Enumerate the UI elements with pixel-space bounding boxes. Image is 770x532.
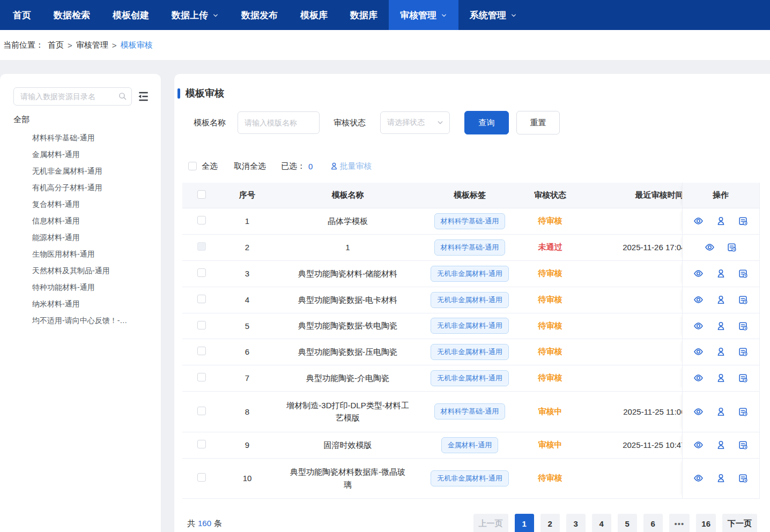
view-icon[interactable] bbox=[693, 347, 704, 357]
pagination-ellipsis-button[interactable]: ••• bbox=[669, 514, 690, 532]
tree-collapse-button[interactable] bbox=[135, 88, 151, 104]
review-time: 2025-11-25 11:06 bbox=[623, 407, 682, 416]
assign-reviewer-icon[interactable] bbox=[716, 473, 726, 483]
breadcrumb-review-management[interactable]: 审核管理 bbox=[76, 40, 108, 50]
header-checkbox[interactable] bbox=[197, 190, 206, 199]
row-template-name: 典型功能陶瓷数据-压电陶瓷 bbox=[273, 339, 422, 365]
view-icon[interactable] bbox=[693, 295, 704, 305]
tree-item[interactable]: 有机高分子材料-通用 bbox=[32, 179, 127, 196]
nav-item-template-library[interactable]: 模板库 bbox=[289, 0, 339, 30]
assign-reviewer-icon[interactable] bbox=[716, 295, 726, 305]
pagination-prev-button[interactable]: 上一页 bbox=[473, 514, 508, 532]
deselect-all-label[interactable]: 取消全选 bbox=[234, 161, 266, 171]
row-checkbox[interactable] bbox=[197, 373, 206, 381]
breadcrumb-home[interactable]: 首页 bbox=[48, 40, 64, 50]
nav-item-system-management[interactable]: 系统管理 bbox=[458, 0, 528, 30]
selected-count: 0 bbox=[308, 162, 313, 171]
review-time: 2025-11-25 10:47 bbox=[623, 440, 682, 449]
template-tag: 材料科学基础-通用 bbox=[434, 239, 505, 256]
tree-item[interactable]: 无机非金属材料-通用 bbox=[32, 163, 127, 179]
review-record-icon[interactable] bbox=[738, 295, 748, 305]
pagination-page-button[interactable]: 4 bbox=[592, 514, 611, 532]
tree-item[interactable]: 能源材料-通用 bbox=[32, 229, 127, 246]
assign-reviewer-icon[interactable] bbox=[716, 216, 726, 226]
catalog-search bbox=[13, 87, 132, 106]
assign-reviewer-icon[interactable] bbox=[716, 347, 726, 357]
pagination-next-button[interactable]: 下一页 bbox=[722, 514, 757, 532]
pagination-page-button[interactable]: 1 bbox=[515, 514, 534, 532]
nav-item-template-create[interactable]: 模板创建 bbox=[101, 0, 160, 30]
nav-item-review-management[interactable]: 审核管理 bbox=[389, 0, 458, 30]
view-icon[interactable] bbox=[693, 440, 704, 450]
view-icon[interactable] bbox=[693, 321, 704, 331]
tree-item[interactable]: 信息材料-通用 bbox=[32, 213, 127, 229]
review-record-icon[interactable] bbox=[738, 216, 748, 226]
view-icon[interactable] bbox=[693, 216, 704, 226]
view-icon[interactable] bbox=[693, 373, 704, 383]
total-count: 160 bbox=[198, 519, 211, 528]
pagination-page-button[interactable]: 2 bbox=[541, 514, 560, 532]
pagination-page-button[interactable]: 16 bbox=[696, 514, 716, 532]
assign-reviewer-icon[interactable] bbox=[716, 440, 726, 450]
tree-item[interactable]: 材料科学基础-通用 bbox=[32, 130, 127, 146]
review-record-icon[interactable] bbox=[738, 321, 748, 331]
row-checkbox[interactable] bbox=[197, 473, 206, 482]
selection-bar: 全选 取消全选 已选： 0 批量审核 bbox=[188, 160, 372, 173]
nav-item-home[interactable]: 首页 bbox=[2, 0, 42, 30]
review-status-select[interactable]: 请选择状态 bbox=[380, 111, 450, 134]
row-num: 3 bbox=[221, 260, 273, 287]
view-icon[interactable] bbox=[693, 407, 704, 417]
pagination-page-button[interactable]: 3 bbox=[566, 514, 586, 532]
tree-item[interactable]: 特种功能材料-通用 bbox=[32, 279, 127, 296]
tree-item[interactable]: 复合材料-通用 bbox=[32, 196, 127, 213]
review-record-icon[interactable] bbox=[738, 268, 748, 279]
nav-item-data-search[interactable]: 数据检索 bbox=[42, 0, 101, 30]
nav-item-data-publish[interactable]: 数据发布 bbox=[230, 0, 289, 30]
row-checkbox[interactable] bbox=[197, 407, 206, 415]
view-icon[interactable] bbox=[705, 242, 715, 252]
row-checkbox[interactable] bbox=[197, 321, 206, 329]
template-name-input[interactable] bbox=[238, 111, 320, 134]
view-icon[interactable] bbox=[693, 268, 704, 279]
nav-item-database[interactable]: 数据库 bbox=[339, 0, 389, 30]
header-review-time: 最近审核时间 bbox=[635, 190, 683, 200]
select-all-checkbox[interactable] bbox=[188, 162, 197, 170]
row-checkbox[interactable] bbox=[197, 440, 206, 448]
nav-item-data-upload[interactable]: 数据上传 bbox=[160, 0, 230, 30]
assign-reviewer-icon[interactable] bbox=[716, 268, 726, 279]
pagination-page-button[interactable]: 6 bbox=[643, 514, 663, 532]
review-time: 2025-11-26 17:04 bbox=[623, 243, 682, 252]
view-icon[interactable] bbox=[693, 473, 704, 483]
tree-item[interactable]: 纳米材料-通用 bbox=[32, 296, 127, 312]
catalog-search-input[interactable] bbox=[13, 87, 132, 106]
search-button[interactable]: 查询 bbox=[464, 111, 509, 134]
review-record-icon[interactable] bbox=[738, 407, 748, 417]
reset-button[interactable]: 重置 bbox=[516, 111, 560, 134]
row-template-name: 典型功能陶瓷数据-电卡材料 bbox=[273, 287, 422, 313]
review-record-icon[interactable] bbox=[738, 347, 748, 357]
assign-reviewer-icon[interactable] bbox=[716, 407, 726, 417]
row-template-name: 增材制造-3D打印-DLP类型-材料工艺模版 bbox=[273, 391, 422, 432]
row-checkbox[interactable] bbox=[197, 216, 206, 224]
assign-reviewer-icon[interactable] bbox=[716, 373, 726, 383]
review-record-icon[interactable] bbox=[738, 473, 748, 483]
tree-item[interactable]: 金属材料-通用 bbox=[32, 146, 127, 163]
row-template-name: 典型功能陶瓷材料数据库-微晶玻璃 bbox=[273, 458, 422, 498]
pagination-page-button[interactable]: 5 bbox=[618, 514, 637, 532]
row-checkbox[interactable] bbox=[197, 347, 206, 355]
tree-item[interactable]: 天然材料及其制品-通用 bbox=[32, 263, 127, 279]
batch-review-button[interactable]: 批量审核 bbox=[330, 161, 372, 171]
review-record-icon[interactable] bbox=[738, 373, 748, 383]
select-all-label[interactable]: 全选 bbox=[202, 161, 218, 171]
tree-item[interactable]: 均不适用-请向中心反馈！-… bbox=[32, 312, 127, 329]
review-record-icon[interactable] bbox=[738, 440, 748, 450]
row-checkbox[interactable] bbox=[197, 268, 206, 277]
status-text: 未通过 bbox=[538, 242, 562, 251]
assign-reviewer-icon[interactable] bbox=[716, 321, 726, 331]
tree-item[interactable]: 生物医用材料-通用 bbox=[32, 246, 127, 263]
table-row: 10 典型功能陶瓷材料数据库-微晶玻璃 无机非金属材料-通用 待审核 bbox=[182, 458, 759, 498]
tree-root-all[interactable]: 全部 bbox=[13, 115, 29, 125]
row-checkbox[interactable] bbox=[197, 295, 206, 303]
review-record-icon[interactable] bbox=[727, 242, 737, 252]
table-row: 7 典型功能陶瓷-介电陶瓷 无机非金属材料-通用 待审核 bbox=[182, 365, 759, 391]
